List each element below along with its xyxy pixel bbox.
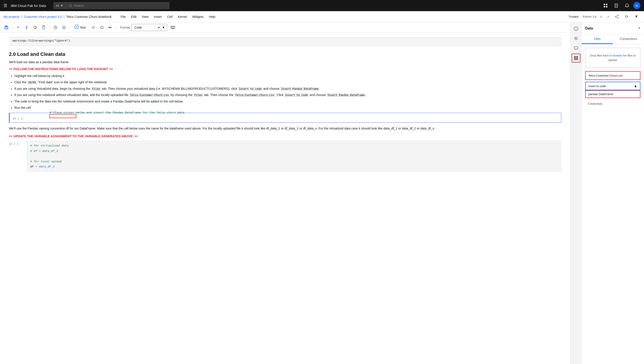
chevron-down-version[interactable]: ▼ [632, 13, 640, 21]
svg-rect-43 [576, 56, 578, 58]
menu-file[interactable]: File [121, 15, 126, 18]
svg-rect-36 [174, 28, 174, 28]
warnings-cell-content[interactable]: warnings.filterwarnings("ignore") [10, 37, 561, 46]
svg-marker-25 [76, 26, 78, 28]
instruction-item-2: Click the 10/01 "Find data" icon in the … [14, 80, 561, 85]
svg-rect-41 [574, 47, 578, 49]
restart-btn[interactable] [98, 24, 105, 31]
apps-icon-btn[interactable] [601, 1, 610, 10]
svg-point-40 [576, 28, 576, 28]
search-input-wrap [66, 4, 169, 7]
toolbar-paste-btn[interactable] [40, 24, 47, 31]
data-icon-btn[interactable] [572, 54, 580, 62]
menu-insert[interactable]: Insert [154, 15, 162, 18]
keyboard-icon-btn[interactable] [169, 24, 176, 31]
svg-rect-42 [574, 56, 576, 58]
instruction-item-3: If you are using Virtualized data, begin… [14, 86, 561, 91]
search-input[interactable] [74, 4, 167, 7]
instruction-item-1: Highlight the cell below by clicking it. [14, 74, 561, 78]
interrupt-btn[interactable] [90, 24, 97, 31]
hamburger-menu[interactable]: ☰ [4, 3, 7, 8]
toolbar-save-btn[interactable] [3, 24, 10, 31]
breadcrumb-right: Trusted | Python 3.6 ⊙ ⤢ ⟳ ▼ [569, 13, 640, 21]
svg-rect-30 [171, 26, 172, 27]
insert-to-code-dropdown[interactable]: Insert to code ▲ [585, 82, 640, 90]
document-icon-btn[interactable] [612, 1, 621, 10]
format-dropdown-icon: ▼ [162, 26, 165, 29]
menu-view[interactable]: View [142, 15, 148, 18]
menu-cell[interactable]: Cell [167, 15, 172, 18]
update-red: << UPDATE THE VARIABLE ASSIGNMENT TO THE… [9, 134, 561, 138]
svg-rect-34 [171, 28, 172, 28]
menu-widgets[interactable]: Widgets [192, 15, 204, 18]
svg-marker-28 [110, 26, 112, 28]
notebook-name: Telco Customer Churn Notebook [66, 15, 112, 18]
pandas-dataframe-option[interactable]: pandas DataFrame [585, 90, 640, 98]
toolbar-move-btn[interactable] [23, 24, 30, 31]
cell2-content[interactable]: # for virtualized data # df = data_df_1 … [27, 141, 561, 172]
instruction-list: Highlight the cell below by clicking it.… [14, 74, 561, 110]
info-icon-btn[interactable] [572, 24, 580, 33]
separator-bar: | [580, 15, 581, 18]
python-version: Python 3.6 [583, 15, 597, 18]
svg-rect-31 [172, 26, 173, 27]
format-select-wrap[interactable]: Code Markdown Raw NBConvert Heading ▼ [131, 24, 167, 31]
insert-to-code-label: Insert to code [588, 84, 606, 88]
tab-files[interactable]: Files [582, 34, 613, 44]
toolbar-divider-2 [49, 25, 50, 30]
comment-icon-btn[interactable] [572, 44, 580, 53]
panel-tabs: Files Connections [582, 34, 644, 44]
cell2-label: In [ ]: [9, 141, 27, 172]
svg-line-14 [616, 17, 617, 18]
cell2-line5: df = data_df_3 [30, 165, 55, 168]
svg-line-13 [616, 16, 617, 16]
svg-rect-5 [606, 6, 607, 7]
svg-rect-4 [604, 6, 605, 7]
menu-kernel[interactable]: Kernel [178, 15, 187, 18]
cell2-line2: # df = data_df_1 [30, 150, 58, 153]
svg-point-0 [69, 4, 71, 6]
credentials-item[interactable]: Credentials [585, 100, 640, 108]
play-icon [75, 24, 79, 30]
toolbar-add-cell-btn[interactable]: + [15, 24, 22, 31]
browse-link[interactable]: browse [613, 54, 622, 57]
format-label: Format [120, 26, 130, 29]
search-container: All ▼ [53, 2, 169, 9]
notifications-icon-btn[interactable] [622, 1, 631, 10]
notebook-toolbar: + Run [0, 22, 570, 32]
menu-help[interactable]: Help [209, 15, 215, 18]
toolbar-move-up-btn[interactable] [52, 24, 59, 31]
menu-edit[interactable]: Edit [131, 15, 136, 18]
user-avatar[interactable]: U [633, 2, 640, 9]
close-panel-btn[interactable]: × [638, 26, 640, 30]
svg-rect-44 [574, 58, 576, 60]
svg-rect-45 [576, 58, 578, 60]
right-icon-bar [570, 22, 581, 364]
cursor-indicator [49, 114, 76, 118]
trusted-badge: Trusted [569, 15, 578, 18]
format-select[interactable]: Code Markdown Raw NBConvert Heading [133, 26, 160, 30]
search-scope-dropdown[interactable]: All ▼ [53, 2, 66, 9]
cell1-label: In [ ]: [13, 115, 31, 120]
active-code-cell[interactable]: In [ ]: # Place cursor below and insert … [9, 113, 561, 122]
instruction-item-4: If you are using this notebook without v… [14, 92, 561, 97]
my-projects-link[interactable]: My projects [4, 15, 20, 18]
expand-icon[interactable]: ⤢ [605, 14, 611, 20]
run-button[interactable]: Run [72, 24, 88, 31]
version-history-icon[interactable]: ⟳ [622, 13, 630, 21]
kernel-status-icon[interactable]: ⊙ [598, 14, 604, 20]
project-link[interactable]: Customer churn project 3.0 [24, 15, 62, 18]
cell2-wrapper: In [ ]: # for virtualized data # df = da… [9, 141, 561, 172]
svg-line-1 [71, 6, 72, 7]
tab-connections[interactable]: Connections [613, 34, 644, 44]
history-icon-btn[interactable] [572, 34, 580, 43]
share-icon-btn[interactable] [613, 13, 621, 21]
file-item[interactable]: Telco-Customer-Churn.csv [585, 71, 640, 80]
fast-forward-btn[interactable] [107, 24, 114, 31]
cell1-comment: # Place cursor below and insert the Pand… [49, 111, 184, 114]
warnings-code: warnings.filterwarnings("ignore") [13, 39, 70, 42]
instruction-red: << FOLLOW THE INSTRUCTIONS BELOW TO LOAD… [9, 67, 561, 71]
toolbar-move-down-btn[interactable] [60, 24, 68, 31]
right-panel-header: Data × [582, 22, 644, 34]
toolbar-copy-btn[interactable] [32, 24, 39, 31]
